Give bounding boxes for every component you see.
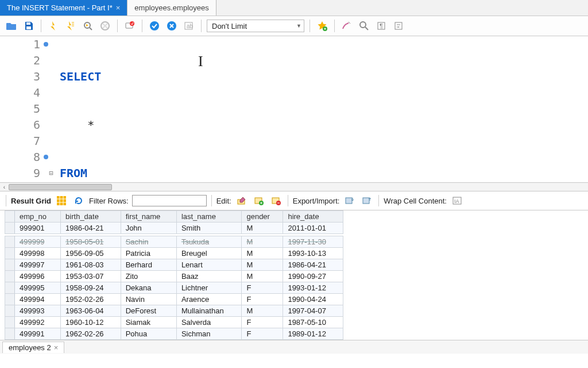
row-marker[interactable] [5, 236, 15, 248]
cell-first-name[interactable]: Pohua [121, 328, 176, 340]
cell-gender[interactable]: M [242, 223, 283, 234]
cell-last-name[interactable]: Lichtner [176, 282, 242, 294]
cell-first-name[interactable]: Siamak [121, 317, 176, 328]
row-marker[interactable] [5, 223, 15, 234]
add-row-icon[interactable] [252, 194, 266, 208]
toggle-invisibles-icon[interactable]: ¶ [374, 19, 388, 33]
cell-birth-date[interactable]: 1958-09-24 [61, 282, 121, 294]
table-row[interactable]: 4999921960-10-12SiamakSalverdaF1987-05-1… [5, 317, 343, 328]
cell-emp-no[interactable]: 499998 [15, 248, 61, 259]
cell-hire-date[interactable]: 1993-10-13 [283, 248, 343, 259]
table-row[interactable]: 4999981956-09-05PatriciaBreugelM1993-10-… [5, 248, 343, 259]
execute-current-icon[interactable] [64, 19, 78, 33]
cell-birth-date[interactable]: 1962-02-26 [61, 328, 121, 340]
code-area[interactable]: SELECT * FROM employees ORDER BY emp_no … [57, 36, 588, 182]
cell-gender[interactable]: M [242, 236, 283, 248]
cell-gender[interactable]: F [242, 282, 283, 294]
cell-hire-date[interactable]: 1987-05-10 [283, 317, 343, 328]
cell-hire-date[interactable]: 1990-09-27 [283, 271, 343, 282]
col-emp-no[interactable]: emp_no [15, 211, 61, 223]
table-row[interactable]: 4999951958-09-24DekanaLichtnerF1993-01-1… [5, 282, 343, 294]
row-marker[interactable] [5, 317, 15, 328]
cell-first-name[interactable]: Sachin [121, 236, 176, 248]
cell-first-name[interactable]: Patricia [121, 248, 176, 259]
sql-editor[interactable]: 1 2 3 4 5 6 7 8 9 ⊟ SELECT * FROM employ… [0, 36, 588, 183]
import-icon[interactable] [360, 194, 374, 208]
table-row[interactable]: 4999941952-02-26NavinAraenceF1990-04-24 [5, 294, 343, 305]
cell-emp-no[interactable]: 499991 [15, 328, 61, 340]
cell-emp-no[interactable]: 999901 [15, 223, 61, 234]
stop-icon[interactable] [98, 19, 112, 33]
cell-hire-date[interactable]: 1997-11-30 [283, 236, 343, 248]
row-marker[interactable] [5, 259, 15, 271]
col-last-name[interactable]: last_name [176, 211, 242, 223]
cell-last-name[interactable]: Baaz [176, 271, 242, 282]
close-icon[interactable]: × [116, 3, 121, 12]
cell-birth-date[interactable]: 1956-09-05 [61, 248, 121, 259]
cell-first-name[interactable]: John [121, 223, 176, 234]
cell-gender[interactable]: F [242, 294, 283, 305]
commit-icon[interactable] [148, 19, 161, 33]
table-row[interactable]: 4999911962-02-26PohuaSichmanF1989-01-12 [5, 328, 343, 340]
cell-birth-date[interactable]: 1960-10-12 [61, 317, 121, 328]
row-marker[interactable] [5, 271, 15, 282]
explain-icon[interactable] [81, 19, 95, 33]
result-tab-employees-2[interactable]: employees 2 × [2, 342, 64, 353]
result-grid[interactable]: emp_no birth_date first_name last_name g… [5, 210, 343, 340]
cell-emp-no[interactable]: 499994 [15, 294, 61, 305]
table-row[interactable]: 4999931963-06-04DeForestMullainathanM199… [5, 305, 343, 317]
wrap-icon[interactable] [392, 19, 405, 33]
find-icon[interactable] [357, 19, 371, 33]
table-row[interactable]: 4999971961-08-03BerhardLenartM1986-04-21 [5, 259, 343, 271]
cell-last-name[interactable]: Sichman [176, 328, 242, 340]
table-row[interactable]: 4999961953-03-07ZitoBaazM1990-09-27 [5, 271, 343, 282]
cell-birth-date[interactable]: 1986-04-21 [61, 223, 121, 234]
cell-last-name[interactable]: Breugel [176, 248, 242, 259]
cell-hire-date[interactable]: 1986-04-21 [283, 259, 343, 271]
cell-emp-no[interactable]: 499992 [15, 317, 61, 328]
editor-horizontal-scrollbar[interactable]: ‹ [0, 183, 588, 191]
save-icon[interactable] [22, 19, 36, 33]
execute-icon[interactable] [47, 19, 60, 33]
row-marker[interactable] [5, 328, 15, 340]
col-hire-date[interactable]: hire_date [283, 211, 343, 223]
col-first-name[interactable]: first_name [121, 211, 176, 223]
cell-first-name[interactable]: Berhard [121, 259, 176, 271]
cell-hire-date[interactable]: 1990-04-24 [283, 294, 343, 305]
cell-last-name[interactable]: Tsukuda [176, 236, 242, 248]
col-birth-date[interactable]: birth_date [61, 211, 121, 223]
cell-gender[interactable]: M [242, 305, 283, 317]
cell-emp-no[interactable]: 499999 [15, 236, 61, 248]
grid-view-icon[interactable] [55, 194, 68, 208]
cell-birth-date[interactable]: 1952-02-26 [61, 294, 121, 305]
export-icon[interactable] [343, 194, 357, 208]
scroll-thumb[interactable] [9, 184, 112, 190]
cell-emp-no[interactable]: 499993 [15, 305, 61, 317]
rollback-icon[interactable] [165, 19, 179, 33]
cell-emp-no[interactable]: 499997 [15, 259, 61, 271]
cell-first-name[interactable]: Zito [121, 271, 176, 282]
cell-birth-date[interactable]: 1958-05-01 [61, 236, 121, 248]
cell-gender[interactable]: M [242, 259, 283, 271]
row-marker[interactable] [5, 282, 15, 294]
cell-gender[interactable]: F [242, 317, 283, 328]
cell-hire-date[interactable]: 1997-04-07 [283, 305, 343, 317]
cell-last-name[interactable]: Lenart [176, 259, 242, 271]
col-gender[interactable]: gender [242, 211, 283, 223]
scroll-left-icon[interactable]: ‹ [0, 184, 9, 190]
limit-rows-dropdown[interactable]: Don't Limit ▼ [207, 20, 304, 32]
cell-birth-date[interactable]: 1953-03-07 [61, 271, 121, 282]
cell-birth-date[interactable]: 1963-06-04 [61, 305, 121, 317]
table-row[interactable]: 4999991958-05-01SachinTsukudaM1997-11-30 [5, 236, 343, 248]
cell-gender[interactable]: M [242, 248, 283, 259]
cell-birth-date[interactable]: 1961-08-03 [61, 259, 121, 271]
table-row[interactable]: 9999011986-04-21JohnSmithM2011-01-01 [5, 223, 343, 234]
cell-emp-no[interactable]: 499996 [15, 271, 61, 282]
cell-first-name[interactable]: DeForest [121, 305, 176, 317]
toggle-whitespace-icon[interactable]: ab [182, 19, 196, 33]
cell-last-name[interactable]: Smith [176, 223, 242, 234]
cell-hire-date[interactable]: 1993-01-12 [283, 282, 343, 294]
tab-employees-employees[interactable]: employees.employees [127, 0, 216, 16]
cell-hire-date[interactable]: 2011-01-01 [283, 223, 343, 234]
cell-gender[interactable]: F [242, 328, 283, 340]
